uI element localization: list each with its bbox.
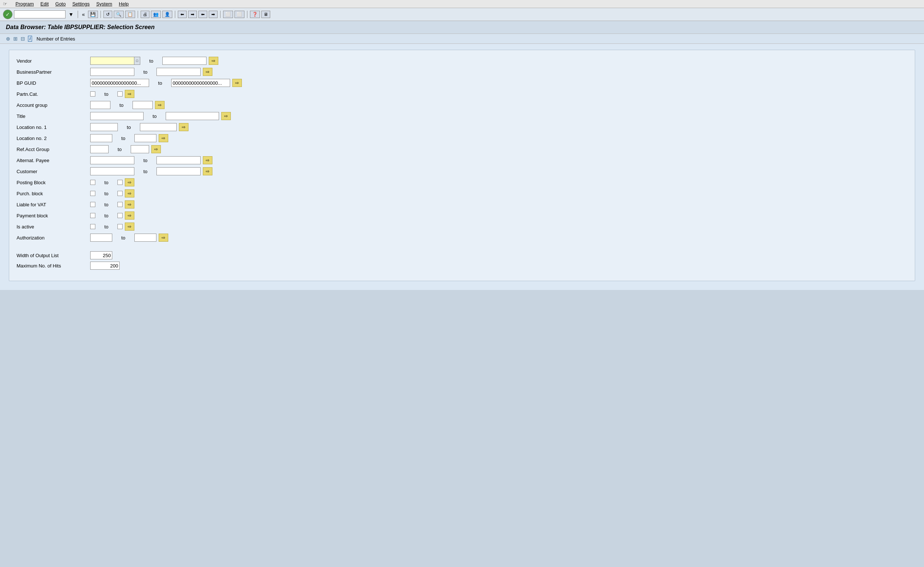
field-label-6: Location no. 1 <box>16 125 90 130</box>
range-btn-4[interactable]: ⇨ <box>155 101 165 109</box>
range-btn-2[interactable]: ⇨ <box>232 79 242 87</box>
range-btn-5[interactable]: ⇨ <box>221 112 231 120</box>
dropdown-arrow[interactable]: ▼ <box>67 11 75 18</box>
execute-icon[interactable]: ⊕ <box>6 36 10 42</box>
person-button[interactable]: 👤 <box>162 11 172 18</box>
field-to-15 <box>117 224 123 229</box>
print-button[interactable]: 🖨 <box>141 11 150 18</box>
to-checkbox-12[interactable] <box>117 191 123 196</box>
from-checkbox-12[interactable] <box>90 191 95 196</box>
to-input-16[interactable] <box>134 233 156 242</box>
lookup-btn-0[interactable]: □ <box>134 57 140 65</box>
menu-goto[interactable]: Goto <box>55 1 66 7</box>
to-label-4: to <box>111 102 132 108</box>
to-input-4[interactable] <box>132 101 153 109</box>
from-input-5[interactable] <box>90 112 144 120</box>
settings-icon[interactable]: ⊞ <box>13 36 18 42</box>
main-content: Vendor□to⇨BusinessPartnerto⇨BP GUIDto⇨Pa… <box>0 44 924 290</box>
from-input-9[interactable] <box>90 156 134 164</box>
range-btn-3[interactable]: ⇨ <box>125 90 134 98</box>
field-to-10 <box>156 167 201 175</box>
from-input-10[interactable] <box>90 167 134 175</box>
menu-help[interactable]: Help <box>119 1 129 7</box>
range-btn-14[interactable]: ⇨ <box>125 212 134 220</box>
to-checkbox-13[interactable] <box>117 202 123 207</box>
range-btn-9[interactable]: ⇨ <box>203 156 212 164</box>
menu-settings[interactable]: Settings <box>72 1 90 7</box>
field-to-4 <box>132 101 153 109</box>
range-btn-13[interactable]: ⇨ <box>125 200 134 209</box>
persons-button[interactable]: 👥 <box>151 11 161 18</box>
sep6 <box>247 11 248 18</box>
to-input-9[interactable] <box>156 156 201 164</box>
from-checkbox-11[interactable] <box>90 180 95 185</box>
range-btn-15[interactable]: ⇨ <box>125 223 134 231</box>
back-button[interactable]: ✓ <box>3 10 12 19</box>
range-btn-7[interactable]: ⇨ <box>159 134 168 142</box>
from-input-1[interactable] <box>90 68 134 76</box>
win1-button[interactable]: ⬜ <box>223 11 233 18</box>
bottom-input-1[interactable] <box>90 262 120 270</box>
from-checkbox-14[interactable] <box>90 213 95 218</box>
to-input-8[interactable] <box>130 145 149 153</box>
to-checkbox-11[interactable] <box>117 180 123 185</box>
table-icon[interactable]: ⊟ <box>21 36 25 42</box>
to-checkbox-15[interactable] <box>117 224 123 229</box>
from-input-wrap-4 <box>90 101 111 109</box>
range-btn-0[interactable]: ⇨ <box>209 57 218 65</box>
from-input-0[interactable] <box>90 57 134 65</box>
range-btn-6[interactable]: ⇨ <box>179 123 189 131</box>
range-btn-12[interactable]: ⇨ <box>125 190 134 197</box>
menu-edit[interactable]: Edit <box>40 1 49 7</box>
monitor-button[interactable]: 🖥 <box>261 11 270 18</box>
bottom-input-0[interactable] <box>90 251 112 259</box>
from-input-16[interactable] <box>90 233 112 242</box>
from-checkbox-15[interactable] <box>90 224 95 229</box>
save-button[interactable]: 💾 <box>88 11 98 18</box>
range-btn-8[interactable]: ⇨ <box>151 145 161 153</box>
from-input-2[interactable] <box>90 79 149 87</box>
to-checkbox-14[interactable] <box>117 213 123 218</box>
table-row: BusinessPartnerto⇨ <box>16 67 908 77</box>
menu-system[interactable]: System <box>96 1 112 7</box>
help-button[interactable]: ❓ <box>250 11 260 18</box>
bottom-label-1: Maximum No. of Hits <box>16 263 90 269</box>
to-input-5[interactable] <box>166 112 219 120</box>
range-btn-16[interactable]: ⇨ <box>159 233 168 242</box>
field-label-7: Location no. 2 <box>16 135 90 141</box>
nav-prev[interactable]: « <box>81 11 87 18</box>
field-from-6 <box>90 123 118 131</box>
title-bar: Data Browser: Table IBPSUPPLIER: Selecti… <box>0 21 924 34</box>
from-input-wrap-7 <box>90 134 112 142</box>
command-input[interactable] <box>14 10 66 18</box>
find-button[interactable]: 🔍 <box>114 11 124 18</box>
to-checkbox-3[interactable] <box>117 91 123 96</box>
clipboard-button[interactable]: 📋 <box>125 11 135 18</box>
refresh-button[interactable]: ↺ <box>104 11 112 18</box>
from-input-4[interactable] <box>90 101 111 109</box>
from-checkbox-13[interactable] <box>90 202 95 207</box>
to-label-8: to <box>109 147 130 152</box>
from-input-8[interactable] <box>90 145 109 153</box>
from-input-6[interactable] <box>90 123 118 131</box>
to-input-1[interactable] <box>156 68 201 76</box>
to-input-10[interactable] <box>156 167 201 175</box>
field-from-4 <box>90 101 111 109</box>
left2-button[interactable]: ⬅ <box>198 11 207 18</box>
menu-program[interactable]: Program <box>15 1 34 7</box>
to-input-2[interactable] <box>171 79 230 87</box>
from-input-7[interactable] <box>90 134 112 142</box>
from-checkbox-3[interactable] <box>90 91 95 96</box>
info-icon[interactable]: i <box>28 36 32 42</box>
range-btn-1[interactable]: ⇨ <box>203 68 212 76</box>
to-input-6[interactable] <box>140 123 177 131</box>
right-button[interactable]: ➡ <box>188 11 197 18</box>
win2-button[interactable]: ⬜ <box>234 11 244 18</box>
range-btn-11[interactable]: ⇨ <box>125 178 134 186</box>
left-button[interactable]: ⬅ <box>178 11 187 18</box>
field-from-3 <box>90 91 95 96</box>
to-input-0[interactable] <box>162 57 207 65</box>
range-btn-10[interactable]: ⇨ <box>203 167 212 175</box>
to-input-7[interactable] <box>134 134 156 142</box>
right2-button[interactable]: ➡ <box>209 11 218 18</box>
